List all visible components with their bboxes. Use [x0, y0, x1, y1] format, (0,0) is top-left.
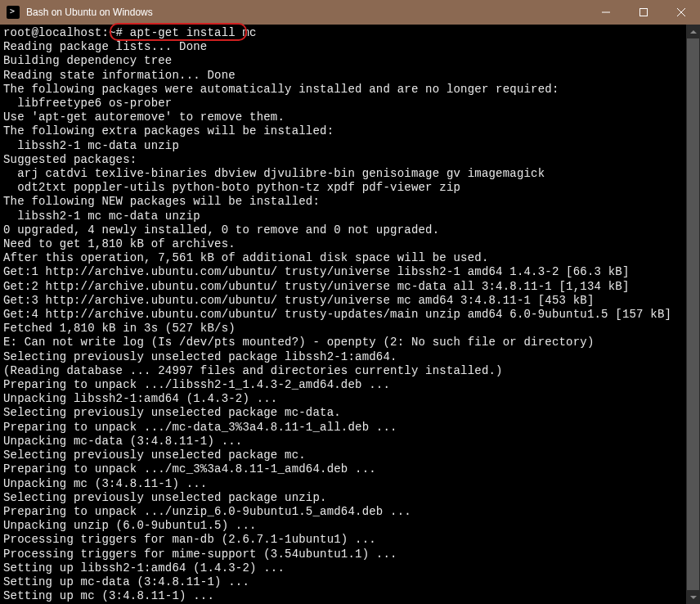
output-line: 0 upgraded, 4 newly installed, 0 to remo… — [3, 223, 439, 237]
titlebar-left: Bash on Ubuntu on Windows — [0, 6, 153, 19]
scroll-down-arrow[interactable] — [686, 590, 700, 604]
output-line: libfreetype6 os-prober — [3, 97, 172, 110]
minimize-button[interactable] — [587, 0, 625, 25]
minimize-icon — [602, 8, 610, 16]
output-line: Selecting previously unselected package … — [3, 406, 341, 419]
output-line: The following extra packages will be ins… — [3, 124, 334, 137]
output-line: Selecting previously unselected package … — [3, 350, 397, 363]
output-line: Preparing to unpack .../unzip_6.0-9ubunt… — [3, 505, 411, 518]
output-line: After this operation, 7,561 kB of additi… — [3, 251, 489, 264]
output-line: Building dependency tree — [3, 54, 172, 67]
output-line: Setting up libssh2-1:amd64 (1.4.3-2) ... — [3, 561, 285, 575]
output-line: Unpacking mc-data (3:4.8.11-1) ... — [3, 435, 242, 448]
svg-marker-4 — [690, 30, 697, 34]
vertical-scrollbar[interactable] — [686, 25, 700, 604]
maximize-icon — [639, 8, 648, 16]
output-line: Fetched 1,810 kB in 3s (527 kB/s) — [3, 322, 236, 335]
window-title: Bash on Ubuntu on Windows — [26, 7, 153, 18]
output-line: (Reading database ... 24997 files and di… — [3, 364, 503, 377]
close-button[interactable] — [662, 0, 700, 25]
output-line: Unpacking libssh2-1:amd64 (1.4.3-2) ... — [3, 392, 277, 405]
close-icon — [677, 8, 685, 16]
output-line: Setting up mc (3:4.8.11-1) ... — [3, 589, 214, 602]
output-line: Use 'apt-get autoremove' to remove them. — [3, 110, 285, 124]
output-line: The following NEW packages will be insta… — [3, 195, 320, 208]
output-line: Preparing to unpack .../mc_3%3a4.8.11-1_… — [3, 462, 376, 476]
terminal-output[interactable]: root@localhost:~# apt-get install mc Rea… — [0, 25, 686, 604]
svg-marker-5 — [690, 596, 697, 599]
scrollbar-track[interactable] — [686, 38, 700, 590]
output-line: arj catdvi texlive-binaries dbview djvul… — [3, 167, 545, 180]
chevron-down-icon — [690, 596, 697, 599]
prompt-user: root@localhost — [3, 26, 101, 39]
output-line: E: Can not write log (Is /dev/pts mounte… — [3, 336, 595, 349]
output-line: Get:1 http://archive.ubuntu.com/ubuntu/ … — [3, 265, 630, 278]
window-titlebar: Bash on Ubuntu on Windows — [0, 0, 700, 25]
output-line: Reading package lists... Done — [3, 40, 207, 53]
output-line: Selecting previously unselected package … — [3, 491, 327, 504]
maximize-button[interactable] — [625, 0, 662, 25]
window-controls — [587, 0, 700, 25]
output-line: Processing triggers for man-db (2.6.7.1-… — [3, 533, 376, 546]
output-line: libssh2-1 mc-data unzip — [3, 139, 179, 152]
output-line: Selecting previously unselected package … — [3, 448, 306, 462]
output-line: The following packages were automaticall… — [3, 83, 559, 96]
output-line: libssh2-1 mc mc-data unzip — [3, 210, 200, 223]
prompt-path: :~# — [101, 26, 129, 39]
scrollbar-thumb[interactable] — [687, 38, 699, 590]
svg-rect-1 — [640, 9, 648, 16]
output-line: Reading state information... Done — [3, 69, 236, 82]
output-line: Preparing to unpack .../mc-data_3%3a4.8.… — [3, 421, 397, 434]
output-line: odt2txt poppler-utils python-boto python… — [3, 181, 460, 194]
terminal-area[interactable]: root@localhost:~# apt-get install mc Rea… — [0, 25, 700, 604]
output-line: Processing triggers for mime-support (3.… — [3, 548, 397, 561]
chevron-up-icon — [690, 30, 697, 34]
output-line: Setting up mc-data (3:4.8.11-1) ... — [3, 575, 249, 588]
output-line: Get:3 http://archive.ubuntu.com/ubuntu/ … — [3, 294, 595, 307]
output-line: Preparing to unpack .../libssh2-1_1.4.3-… — [3, 378, 390, 391]
terminal-app-icon — [7, 6, 20, 19]
output-line: Unpacking mc (3:4.8.11-1) ... — [3, 477, 207, 490]
output-line: Unpacking unzip (6.0-9ubuntu1.5) ... — [3, 519, 257, 532]
output-line: Suggested packages: — [3, 153, 137, 166]
output-line: Need to get 1,810 kB of archives. — [3, 237, 236, 250]
scroll-up-arrow[interactable] — [686, 25, 700, 38]
output-line: Get:2 http://archive.ubuntu.com/ubuntu/ … — [3, 280, 630, 293]
output-line: Get:4 http://archive.ubuntu.com/ubuntu/ … — [3, 308, 671, 321]
command-text: apt-get install mc — [130, 26, 257, 39]
